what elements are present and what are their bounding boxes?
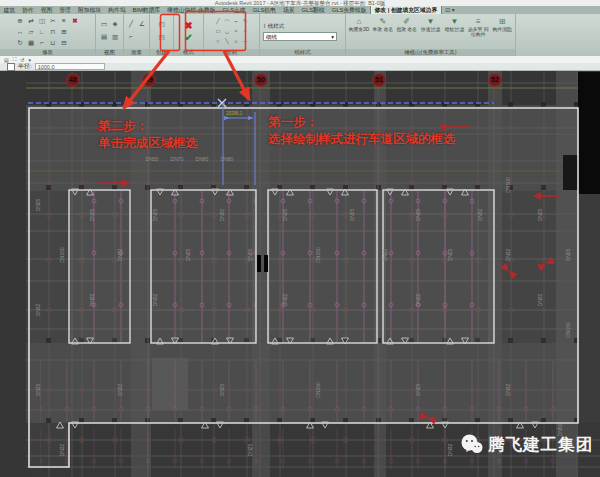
draw-tool-icon[interactable]: ✎ <box>242 17 249 25</box>
ribbon-tab[interactable]: GLS免费模版 <box>328 6 370 14</box>
panel-olive: ⌂构屋查3D✎单改 命名✐批改 命名▼快速过滤▼暗纹过滤≡选多管 同位构件⊞构件… <box>346 14 516 56</box>
modify-tool-icon[interactable]: ⇄ <box>27 16 36 26</box>
panel-mode-label: 模式 <box>174 49 203 56</box>
watermark: 腾飞建工集团 <box>461 434 593 456</box>
pipe-size-label: DN25 <box>415 384 421 397</box>
finish-edit-icon[interactable]: ✔ <box>184 32 192 43</box>
line-style-icon: ⌇ <box>263 23 266 29</box>
measure-tool-icon[interactable]: ⌐ <box>127 32 136 42</box>
olive-tool-button[interactable]: ✐批改 命名 <box>396 16 418 32</box>
pipe-size-label: DN32 <box>447 444 453 457</box>
modify-tool-icon[interactable]: ⊓ <box>49 27 58 37</box>
modify-tool-icon[interactable]: ✖ <box>71 16 80 26</box>
modify-tool-icon[interactable]: ▦ <box>27 38 36 48</box>
panel-measure-label: 测量 <box>124 49 149 56</box>
draw-tool-icon[interactable]: ⋯ <box>242 37 249 45</box>
ribbon-tab[interactable]: GLS机电 <box>249 6 279 14</box>
ribbon-tab[interactable]: 视图 <box>37 6 56 14</box>
modify-tool-icon[interactable]: ⊔ <box>49 38 58 48</box>
olive-tool-icon: ✎ <box>372 16 394 27</box>
draw-tool-icon[interactable]: ○ <box>215 37 222 45</box>
olive-tool-button[interactable]: ⌂构屋查3D <box>348 16 370 32</box>
modify-tool-icon[interactable]: ▱ <box>27 27 36 37</box>
draw-tool-icon[interactable]: ⌂ <box>233 37 240 45</box>
draw-tool-icon[interactable]: ╱ <box>215 17 222 25</box>
ribbon-tab[interactable]: 建筑 <box>0 6 19 14</box>
panel-line-style: ⌇ 线样式 细线 ▾ 线样式 <box>260 14 346 56</box>
olive-tool-button[interactable]: ▼暗纹过滤 <box>443 16 465 32</box>
olive-tool-button[interactable]: ✎单改 命名 <box>372 16 394 32</box>
ribbon-tab[interactable]: GLS翻模 <box>298 6 328 14</box>
olive-tool-button[interactable]: ≡选多管 同位构件 <box>467 16 489 37</box>
modify-tool-icon[interactable]: ≡ <box>60 16 69 26</box>
draw-tool-icon[interactable]: ∘ <box>242 27 249 35</box>
panel-view: ▭▤◈▥ 视图 <box>96 14 124 56</box>
grid-bubble: 50 <box>254 73 268 87</box>
pipe-size-label: DN32 <box>415 294 421 307</box>
pipe-size-label: DN32 <box>282 294 288 307</box>
panel-measure: ╱⌐∠ 测量 <box>124 14 150 56</box>
ribbon-tab[interactable]: 构件坞 <box>105 6 129 14</box>
pipe-size-label: DN25 <box>282 209 288 222</box>
ribbon-tab[interactable]: 协作 <box>19 6 38 14</box>
create-tool-icon[interactable]: ◳ <box>157 32 166 42</box>
chevron-down-icon: ▾ <box>331 33 334 40</box>
wechat-icon <box>461 434 483 456</box>
line-style-row-label: 线样式 <box>268 23 285 30</box>
panel-draw: ╱▭○◠◡╲⌐≈⌂✎∘⋯ 绘制 <box>204 14 260 56</box>
ribbon-tab[interactable]: GLS土建 <box>219 6 249 14</box>
view-tool-icon[interactable]: ▤ <box>100 32 109 42</box>
draw-tool-icon[interactable]: ◡ <box>224 27 231 35</box>
draw-tool-icon[interactable]: ╲ <box>224 37 231 45</box>
line-style-value: 细线 <box>266 33 277 40</box>
line-style-dropdown[interactable]: 细线 ▾ <box>263 32 337 41</box>
pipe-size-label: DN32 <box>152 294 158 307</box>
tab-overflow-icon[interactable]: ⊡ ▾ <box>442 6 458 14</box>
modify-tool-icon[interactable]: ◫ <box>38 16 47 26</box>
draw-tools: ╱▭○◠◡╲⌐≈⌂✎∘⋯ <box>215 17 249 46</box>
modify-tool-icon[interactable]: ∟ <box>38 27 47 37</box>
modify-tool-icon[interactable]: ↔ <box>16 27 25 37</box>
pipe-size-label: DN80 <box>196 156 209 162</box>
draw-tool-icon[interactable]: ⌐ <box>233 17 240 25</box>
ribbon-tab[interactable]: 场景 <box>279 6 298 14</box>
pipe-size-label: DN32 <box>382 249 388 262</box>
measure-tool-icon[interactable]: ∠ <box>138 19 147 29</box>
drawing-canvas[interactable]: 4849505152 DN25DN32DN150DN25DN32DN32DN25… <box>0 71 600 477</box>
create-tool-icon[interactable]: ◰ <box>157 19 166 29</box>
ribbon-tab[interactable]: 附加模块 <box>74 6 104 14</box>
olive-tool-icon: ⌂ <box>348 16 370 27</box>
olive-tool-icon: ≡ <box>467 16 489 27</box>
draw-tool-icon[interactable]: ≈ <box>233 27 240 35</box>
draw-tool-icon[interactable]: ◠ <box>224 17 231 25</box>
pipe-size-label: DN32 <box>505 249 511 262</box>
ribbon-tab[interactable]: BIM数据库 <box>129 6 164 14</box>
view-tool-icon[interactable]: ▭ <box>100 19 109 29</box>
modify-tool-icon[interactable]: ↻ <box>16 38 25 48</box>
ribbon-tab[interactable]: 管理 <box>56 6 75 14</box>
olive-tool-label: 单改 命名 <box>372 27 394 32</box>
view-tool-icon[interactable]: ◈ <box>111 19 120 29</box>
panel-modify-label: 修改 <box>0 49 95 56</box>
view-tool-icon[interactable]: ▥ <box>111 32 120 42</box>
ribbon-tab-active[interactable]: 修改 | 创建填充区域边界 <box>370 6 442 14</box>
olive-tool-label: 构屋查3D <box>348 27 370 32</box>
olive-tool-button[interactable]: ⊞构件消隐 <box>491 16 513 32</box>
measure-tool-icon[interactable]: ╱ <box>127 19 136 29</box>
pipe-size-label: DN150 <box>59 247 65 263</box>
cancel-edit-icon[interactable]: ✖ <box>184 20 192 31</box>
modify-tool-icon[interactable]: ✂ <box>49 16 58 26</box>
radius-input[interactable] <box>35 63 105 70</box>
modify-tool-icon[interactable]: ⌐ <box>38 38 47 48</box>
radius-checkbox[interactable] <box>7 63 15 71</box>
ribbon-tab[interactable]: 橄榄山快模-免费版 <box>164 6 219 14</box>
options-bar: 半径: <box>0 63 600 71</box>
pipe-size-label: DN32 <box>117 249 123 262</box>
modify-tool-icon[interactable]: ⊟ <box>60 38 69 48</box>
pipe-size-label: DN50 <box>146 156 159 162</box>
modify-tool-icon[interactable]: ⊞ <box>60 27 69 37</box>
olive-tool-button[interactable]: ▼快速过滤 <box>420 16 442 32</box>
modify-tool-icon[interactable]: ⊕ <box>16 16 25 26</box>
pipe-size-label: DN25 <box>219 384 225 397</box>
draw-tool-icon[interactable]: ▭ <box>215 27 222 35</box>
